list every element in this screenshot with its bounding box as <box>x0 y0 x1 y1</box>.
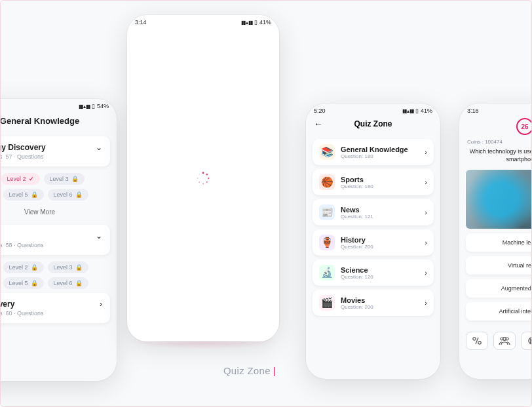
level-chip[interactable]: Level 6🔒 <box>48 277 88 289</box>
chevron-right-icon: › <box>425 148 427 156</box>
chevron-right-icon: › <box>425 208 427 216</box>
category-name: General Knowledge <box>341 145 419 153</box>
level-chip[interactable]: Level 2✔ <box>1 173 40 185</box>
lifeline-row <box>459 325 532 350</box>
coins-value: 100474 <box>485 139 503 145</box>
battery-icon: ▯ <box>415 107 419 114</box>
section-subtitle: 6 · Levels 58 · Questions <box>0 242 44 248</box>
battery-icon: ▯ <box>254 19 257 26</box>
signal-icon: ▮▮ ▴ ▮▮ <box>402 108 413 114</box>
status-right: ▮▮ ▴ ▮▮ ▯ 41% <box>402 107 432 114</box>
level-chip-row: I. 1✔Level 2✔Level 3🔒I. 4🔒Level 5🔒Level … <box>0 173 110 201</box>
section-card-biology[interactable]: Biology Discovery 7 · Levels 57 · Questi… <box>0 136 110 166</box>
section-title: Art <box>0 231 44 241</box>
section-card-discovery[interactable]: Discovery 6 · Levels 60 · Questions › <box>0 293 110 323</box>
status-bar: 3:14 ▮▮ ▴ ▮▮ ▯ 54% <box>0 99 117 111</box>
signal-icon: ▮▮ ▴ ▮▮ <box>79 104 90 109</box>
category-row[interactable]: 📰NewsQuestion: 121› <box>313 199 434 225</box>
svg-point-1 <box>206 174 208 176</box>
battery-pct: 54% <box>97 103 109 109</box>
back-button[interactable]: ← <box>314 119 323 129</box>
lock-icon: 🔒 <box>75 191 83 198</box>
level-chip-row: I. 1🔒Level 2🔒Level 3🔒I. 4🔒Level 5🔒Level … <box>0 262 110 289</box>
phone-question: 3:16 ▮▮ ▴ 26 Coins : 100474 Which techno… <box>459 104 532 379</box>
lock-icon: 🔒 <box>31 264 38 271</box>
status-bar: 3:14 ▮▮ ▴ ▮▮ ▯ 41% <box>127 15 279 27</box>
category-icon: 📰 <box>319 204 335 220</box>
chevron-right-icon[interactable]: › <box>100 300 102 309</box>
lock-icon: 🔒 <box>31 280 38 286</box>
category-subtitle: Question: 180 <box>341 184 419 189</box>
status-right: ▮▮ ▴ ▮▮ ▯ 54% <box>79 103 109 109</box>
chevron-right-icon: › <box>425 269 427 277</box>
svg-point-7 <box>199 174 200 175</box>
lock-icon: 🔒 <box>31 191 38 198</box>
answer-option[interactable]: Augmented reality <box>466 279 532 298</box>
status-time: 3:14 <box>135 19 147 26</box>
signal-icon: ▮▮ ▴ ▮▮ <box>241 20 252 26</box>
level-chip[interactable]: Level 5🔒 <box>3 189 44 201</box>
status-time: 5:20 <box>314 107 326 114</box>
section-title: Biology Discovery <box>0 143 46 152</box>
category-row[interactable]: 🏀SportsQuestion: 180› <box>313 169 434 195</box>
category-subtitle: Question: 200 <box>341 244 419 250</box>
category-row[interactable]: 🎬MoviesQuestion: 200› <box>313 290 434 316</box>
answer-option[interactable]: Virtual reality <box>466 256 532 275</box>
category-icon: 🔬 <box>319 265 335 281</box>
lock-icon: 🔒 <box>71 176 79 182</box>
category-name: Science <box>341 266 419 274</box>
svg-point-6 <box>197 178 199 179</box>
chevron-right-icon: › <box>425 178 427 186</box>
svg-point-9 <box>478 341 481 344</box>
svg-point-8 <box>473 338 476 340</box>
level-chip[interactable]: Level 2🔒 <box>3 262 44 273</box>
category-row[interactable]: 🏺HistoryQuestion: 200› <box>313 229 434 256</box>
category-icon: 🎬 <box>319 295 335 311</box>
category-row[interactable]: 🔬ScienceQuestion: 120› <box>313 260 434 286</box>
svg-point-3 <box>206 182 208 183</box>
category-subtitle: Question: 121 <box>341 214 419 220</box>
svg-point-4 <box>202 183 204 184</box>
page-title: General Knowledge <box>0 111 117 132</box>
answer-option[interactable]: Artificial intelligence <box>466 302 532 320</box>
section-subtitle: 6 · Levels 60 · Questions <box>0 310 44 317</box>
category-name: Sports <box>341 176 419 184</box>
status-bar: 5:20 ▮▮ ▴ ▮▮ ▯ 41% <box>306 104 440 115</box>
cursor-icon: | <box>273 365 276 376</box>
coins-label: Coins : 100474 <box>459 139 532 145</box>
phone-loading: 3:14 ▮▮ ▴ ▮▮ ▯ 41% <box>127 15 279 341</box>
answer-option[interactable]: Machine learning <box>466 233 532 252</box>
status-bar: 3:16 ▮▮ ▴ <box>459 104 532 115</box>
phone-quiz-zone: 5:20 ▮▮ ▴ ▮▮ ▯ 41% ← Quiz Zone 📚General … <box>306 104 440 379</box>
chevron-right-icon: › <box>425 239 427 246</box>
section-title: Discovery <box>0 300 44 309</box>
check-icon: ✔ <box>29 176 34 182</box>
lifeline-fifty-fifty[interactable] <box>466 332 488 350</box>
question-text: Which technology is used for facial ___ … <box>459 145 532 167</box>
lock-icon: 🔒 <box>75 280 83 286</box>
level-chip[interactable]: Level 5🔒 <box>3 277 44 289</box>
question-image <box>466 170 532 229</box>
status-time: 3:16 <box>467 107 479 114</box>
chevron-right-icon: › <box>425 299 427 307</box>
category-row[interactable]: 📚General KnowledgeQuestion: 180› <box>313 139 434 165</box>
category-name: News <box>341 206 419 214</box>
lifeline-audience[interactable] <box>493 332 516 350</box>
svg-point-0 <box>202 172 204 174</box>
chevron-down-icon[interactable]: ⌄ <box>96 231 102 241</box>
level-chip[interactable]: Level 3🔒 <box>44 173 85 185</box>
battery-icon: ▯ <box>92 103 95 109</box>
page-title: Quiz Zone <box>354 119 392 128</box>
lifeline-skip[interactable] <box>521 332 532 350</box>
lock-icon: 🔒 <box>75 264 83 271</box>
chevron-down-icon[interactable]: ⌄ <box>96 143 102 152</box>
view-more-button[interactable]: View More <box>0 203 117 221</box>
section-card-art[interactable]: Art 6 · Levels 58 · Questions ⌄ <box>0 225 110 255</box>
level-chip[interactable]: Level 6🔒 <box>48 189 88 201</box>
section-subtitle: 7 · Levels 57 · Questions <box>0 153 46 160</box>
category-subtitle: Question: 180 <box>341 153 419 159</box>
category-icon: 🏀 <box>319 174 335 190</box>
category-icon: 📚 <box>319 144 335 160</box>
category-subtitle: Question: 120 <box>341 274 419 280</box>
level-chip[interactable]: Level 3🔒 <box>48 262 88 273</box>
